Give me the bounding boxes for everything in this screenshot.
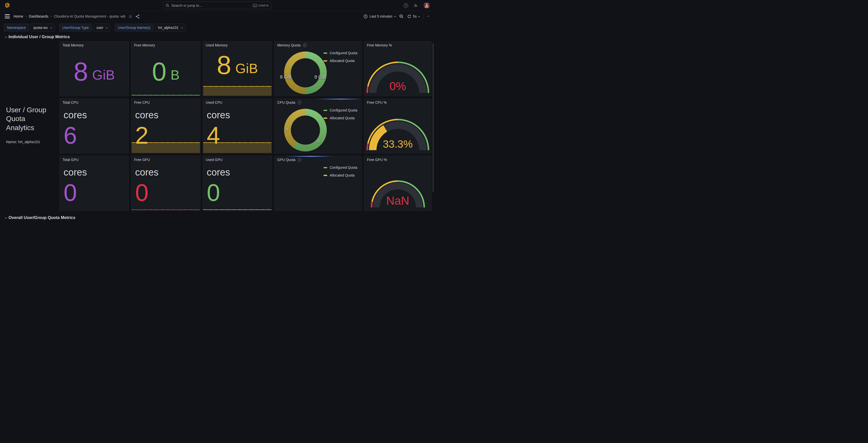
filter-user-group-names: User/Group Name(s) hrt_alpha101	[115, 24, 186, 31]
gauge-value: 33.3%	[366, 138, 429, 150]
keyboard-shortcut-hint: cmd+k	[253, 3, 269, 7]
chevron-up-icon	[427, 15, 429, 18]
breadcrumb-home[interactable]: Home	[13, 14, 23, 18]
panel-title[interactable]: Free CPU	[134, 100, 150, 104]
configured-quota-value-label: 8 GiB	[314, 74, 326, 80]
collapse-toolbar-button[interactable]	[427, 15, 431, 17]
grafana-logo[interactable]	[4, 2, 10, 9]
keyboard-icon	[253, 4, 257, 7]
legend-item-allocated[interactable]: Allocated Quota	[323, 59, 358, 63]
panel-free-memory: Free Memory 0 B	[131, 41, 200, 96]
analytics-panel-title: User / Group Quota Analytics	[6, 105, 54, 132]
panel-used-memory: Used Memory 8 GiB	[203, 41, 272, 96]
search-input[interactable]: Search or jump to... cmd+k	[163, 1, 271, 9]
panel-used-gpu: Used GPU cores 0	[203, 156, 272, 211]
info-icon[interactable]: i	[298, 101, 301, 104]
breadcrumb-separator-icon: ›	[26, 14, 27, 18]
sparkline	[132, 210, 200, 210]
panel-title[interactable]: Memory Quota	[277, 43, 301, 47]
news-button[interactable]	[414, 3, 418, 7]
panel-title[interactable]: Free GPU %	[367, 158, 387, 162]
panel-title[interactable]: Used CPU	[206, 100, 222, 104]
favorite-star-button[interactable]: ☆	[128, 14, 132, 19]
user-group-type-filter-label[interactable]: User/Group Type	[59, 24, 92, 31]
legend-item-allocated[interactable]: Allocated Quota	[323, 116, 358, 120]
configured-quota-value-label: 6	[317, 138, 320, 144]
cpu-quota-donut-chart: 4 6 Configured Quota Allocated Quota	[275, 99, 362, 153]
sparkline	[203, 210, 272, 210]
legend-swatch-green	[323, 167, 327, 168]
chevron-down-icon	[5, 217, 7, 219]
section-overall-metrics[interactable]: Overall User/Group Quota Metrics	[0, 214, 80, 221]
panel-free-gpu: Free GPU cores 0	[131, 156, 200, 211]
gauge-value: NaN	[371, 194, 425, 208]
panel-free-gpu-pct: Free GPU % NaN	[364, 156, 432, 211]
legend-swatch-yellow	[323, 118, 327, 119]
panel-title[interactable]: CPU Quota	[277, 100, 296, 104]
stat-value: cores 0	[60, 156, 129, 211]
breadcrumb-dashboards[interactable]: Dashboards	[29, 14, 49, 18]
panel-title[interactable]: Free Memory	[134, 43, 155, 47]
help-button[interactable]: ?	[404, 3, 408, 8]
free-cpu-gauge: 33.3%	[366, 119, 429, 150]
chevron-down-icon	[106, 26, 108, 28]
menu-toggle-button[interactable]	[3, 12, 11, 20]
help-icon: ?	[404, 3, 408, 8]
panel-free-memory-pct: Free Memory % 0%	[364, 41, 432, 96]
info-icon[interactable]: i	[298, 158, 301, 162]
donut: 4 6	[284, 109, 327, 152]
scrollbar-thumb[interactable]	[433, 43, 434, 192]
namespace-filter-label[interactable]: Namespace	[4, 24, 29, 31]
refresh-icon	[407, 14, 411, 19]
panel-title[interactable]: Free CPU %	[367, 100, 387, 104]
refresh-button[interactable]	[407, 14, 411, 19]
panel-free-cpu-pct: Free CPU % 33.3%	[364, 98, 432, 153]
user-group-names-filter-value[interactable]: hrt_alpha101	[155, 24, 186, 31]
stat-value: cores 0	[131, 156, 200, 211]
legend: Configured Quota Allocated Quota	[323, 51, 358, 63]
panel-used-cpu: Used CPU cores 4	[203, 98, 272, 153]
panel-title[interactable]: Used GPU	[206, 158, 222, 162]
info-icon[interactable]: i	[303, 43, 307, 47]
legend-item-configured[interactable]: Configured Quota	[323, 108, 358, 112]
legend-item-configured[interactable]: Configured Quota	[323, 51, 358, 55]
panel-title[interactable]: GPU Quota	[277, 158, 296, 162]
toolbar-divider	[423, 13, 424, 19]
zoom-out-button[interactable]	[399, 14, 404, 19]
stat-value: 8 GiB	[205, 46, 270, 83]
filter-user-group-type: User/Group Type user	[59, 24, 111, 31]
panel-title[interactable]: Used Memory	[206, 43, 227, 47]
share-button[interactable]	[135, 14, 140, 19]
chevron-down-icon[interactable]	[418, 15, 420, 17]
panel-title[interactable]: Total Memory	[63, 43, 84, 47]
user-group-type-filter-value[interactable]: user	[93, 24, 110, 31]
share-icon	[135, 14, 140, 19]
panel-title[interactable]: Total CPU	[63, 100, 79, 104]
legend-item-allocated[interactable]: Allocated Quota	[323, 173, 358, 177]
panel-gpu-quota: GPU Quota i Configured Quota Allocated Q…	[274, 156, 362, 211]
sparkline	[132, 143, 200, 153]
gauge-value: 0%	[366, 80, 429, 93]
legend-item-configured[interactable]: Configured Quota	[323, 165, 358, 169]
panel-free-cpu: Free CPU cores 2	[131, 98, 200, 153]
panel-total-cpu: Total CPU cores 6	[60, 98, 129, 153]
panel-user-group-quota-analytics: User / Group Quota Analytics Name: hrt_a…	[2, 41, 57, 211]
section-individual-metrics[interactable]: Individual User / Group Metrics	[0, 33, 434, 40]
dashboard-toolbar: Home › Dashboards › Cloudera AI Quota Ma…	[0, 11, 434, 22]
donut: 8 GiB 8 GiB	[284, 52, 327, 94]
chevron-down-icon	[50, 26, 52, 28]
breadcrumb-separator-icon: ›	[51, 14, 52, 18]
time-range-picker[interactable]: Last 5 minutes	[364, 14, 396, 19]
stat-value: cores 0	[203, 156, 272, 211]
chevron-down-icon	[394, 15, 396, 17]
namespace-filter-value[interactable]: quota-ws	[30, 24, 55, 31]
stat-value: 8 GiB	[62, 49, 127, 94]
memory-quota-donut-chart: 8 GiB 8 GiB Configured Quota Allocated Q…	[275, 41, 362, 96]
panel-title[interactable]: Free GPU	[134, 158, 150, 162]
panel-title[interactable]: Total GPU	[63, 158, 79, 162]
user-group-names-filter-label[interactable]: User/Group Name(s)	[115, 24, 153, 31]
panel-title[interactable]: Free Memory %	[367, 43, 392, 47]
refresh-interval-label[interactable]: 5s	[413, 14, 417, 18]
user-avatar[interactable]	[424, 2, 430, 9]
hamburger-icon	[5, 14, 10, 15]
